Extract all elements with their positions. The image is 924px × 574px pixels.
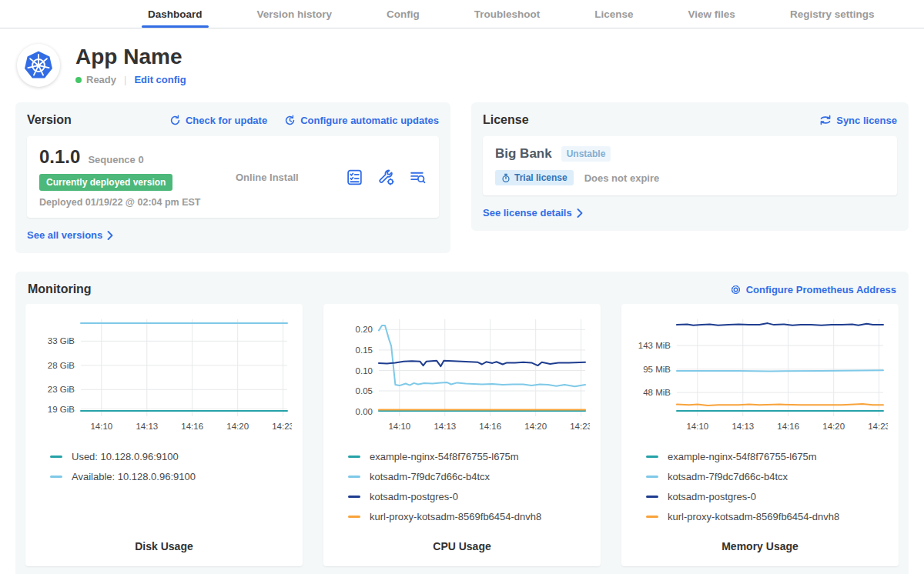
memory-usage-plot: 143 MiB95 MiB48 MiB14:1014:1314:1614:201…	[632, 313, 888, 439]
y-tick-label: 0.00	[356, 407, 373, 416]
legend-item: example-nginx-54f8f76755-l675m	[646, 451, 888, 462]
legend-label: Available: 10.128.0.96:9100	[72, 471, 196, 482]
check-for-update-button[interactable]: Check for update	[169, 115, 267, 126]
chart-legend: example-nginx-54f8f76755-l675mkotsadm-7f…	[334, 451, 590, 522]
y-tick-label: 28 GiB	[48, 361, 75, 370]
x-tick-label: 14:20	[822, 422, 845, 431]
y-tick-label: 95 MiB	[643, 365, 671, 374]
tab-view-files[interactable]: View files	[682, 0, 742, 28]
configure-prometheus-button[interactable]: Configure Prometheus Address	[730, 284, 896, 295]
clock-refresh-icon	[284, 115, 296, 126]
cpu-usage-plot: 0.200.150.100.050.0014:1014:1314:1614:20…	[334, 313, 590, 439]
legend-label: example-nginx-54f8f76755-l675m	[370, 451, 519, 462]
legend-swatch	[646, 476, 658, 478]
legend-label: kotsadm-postgres-0	[370, 491, 458, 502]
kotsadm-7f9dc7d66c-b4tcx-line	[677, 370, 883, 371]
disk-usage-card: 33 GiB28 GiB23 GiB19 GiB14:1014:1314:161…	[25, 304, 303, 566]
license-card-title: License	[483, 113, 529, 127]
cpu-usage-card: 0.200.150.100.050.0014:1014:1314:1614:20…	[323, 304, 601, 566]
chevron-right-icon	[107, 231, 113, 240]
configure-automatic-updates-label: Configure automatic updates	[300, 115, 439, 126]
legend-swatch	[646, 516, 658, 518]
legend-label: Used: 10.128.0.96:9100	[72, 451, 179, 462]
y-tick-label: 33 GiB	[48, 336, 75, 345]
legend-label: kotsadm-7f9dc7d66c-b4tcx	[668, 471, 788, 482]
legend-swatch	[646, 496, 658, 498]
legend-swatch	[348, 456, 360, 458]
chart-legend: Used: 10.128.0.96:9100Available: 10.128.…	[36, 451, 292, 482]
legend-swatch	[50, 456, 62, 458]
legend-swatch	[348, 516, 360, 518]
tab-registry-settings[interactable]: Registry settings	[784, 0, 881, 28]
deployed-timestamp: Deployed 01/19/22 @ 02:04 pm EST	[39, 197, 236, 208]
tab-license[interactable]: License	[588, 0, 639, 28]
memory-usage-card: 143 MiB95 MiB48 MiB14:1014:1314:1614:201…	[621, 304, 899, 566]
config-wrench-icon[interactable]	[377, 169, 395, 186]
x-tick-label: 14:10	[388, 422, 410, 431]
kubernetes-icon	[23, 50, 54, 81]
app-logo	[17, 44, 60, 87]
tab-config[interactable]: Config	[380, 0, 426, 28]
charts-row: 33 GiB28 GiB23 GiB19 GiB14:1014:1314:161…	[25, 304, 899, 566]
edit-config-link[interactable]: Edit config	[134, 74, 186, 85]
y-tick-label: 0.15	[356, 345, 373, 355]
legend-item: kotsadm-7f9dc7d66c-b4tcx	[646, 471, 888, 482]
x-tick-label: 14:16	[777, 422, 799, 431]
x-tick-label: 14:23	[272, 422, 292, 431]
legend-item: kurl-proxy-kotsadm-8569fb6454-dnvh8	[348, 511, 590, 522]
current-version-row: 0.1.0 Sequence 0 Currently deployed vers…	[27, 136, 439, 218]
see-license-details-link[interactable]: See license details	[483, 207, 583, 219]
x-tick-label: 14:20	[226, 422, 249, 431]
legend-label: kotsadm-7f9dc7d66c-b4tcx	[370, 471, 490, 482]
y-tick-label: 143 MiB	[638, 341, 671, 350]
sync-license-button[interactable]: Sync license	[819, 115, 897, 126]
x-tick-label: 14:20	[524, 422, 547, 431]
see-all-versions-link[interactable]: See all versions	[27, 229, 113, 241]
kotsadm-postgres-0-line	[677, 323, 883, 325]
install-type-label: Online Install	[236, 172, 346, 183]
page-title: App Name	[75, 45, 186, 69]
divider: |	[124, 74, 126, 85]
status-dot	[75, 77, 82, 83]
x-tick-label: 14:23	[570, 422, 590, 431]
preflight-checks-icon[interactable]	[346, 169, 363, 186]
disk-usage-plot: 33 GiB28 GiB23 GiB19 GiB14:1014:1314:161…	[36, 313, 292, 439]
monitoring-section: Monitoring Configure Prometheus Address …	[15, 272, 909, 574]
sequence-label: Sequence 0	[88, 154, 143, 165]
chart-legend: example-nginx-54f8f76755-l675mkotsadm-7f…	[632, 451, 888, 522]
stopwatch-icon	[501, 173, 511, 183]
version-number: 0.1.0	[39, 146, 80, 168]
x-tick-label: 14:10	[90, 422, 112, 431]
license-summary-row: Big Bank Unstable Trial license Do	[483, 136, 897, 195]
legend-swatch	[348, 496, 360, 498]
legend-item: kotsadm-postgres-0	[646, 491, 888, 502]
legend-label: example-nginx-54f8f76755-l675m	[668, 451, 817, 462]
tab-dashboard[interactable]: Dashboard	[142, 0, 209, 28]
chart-title: CPU Usage	[334, 540, 590, 556]
legend-swatch	[50, 476, 62, 478]
channel-badge: Unstable	[561, 146, 611, 162]
x-tick-label: 14:13	[732, 422, 754, 431]
x-tick-label: 14:13	[434, 422, 456, 431]
tab-troubleshoot[interactable]: Troubleshoot	[468, 0, 547, 28]
tab-version-history[interactable]: Version history	[251, 0, 339, 28]
sync-license-label: Sync license	[836, 115, 897, 126]
customer-name: Big Bank	[495, 146, 552, 162]
legend-item: Available: 10.128.0.96:9100	[50, 471, 292, 482]
configure-prometheus-label: Configure Prometheus Address	[746, 284, 896, 295]
legend-swatch	[646, 456, 658, 458]
license-card: License Sync license Big Bank Unstable	[471, 102, 909, 231]
x-tick-label: 14:16	[479, 422, 501, 431]
kotsadm-7f9dc7d66c-b4tcx-line	[379, 325, 585, 386]
sync-arrows-icon	[819, 115, 832, 125]
x-tick-label: 14:16	[181, 422, 203, 431]
y-tick-label: 19 GiB	[48, 405, 75, 414]
y-tick-label: 0.20	[356, 325, 373, 334]
legend-label: kurl-proxy-kotsadm-8569fb6454-dnvh8	[370, 511, 541, 522]
monitoring-title: Monitoring	[28, 282, 92, 296]
version-card-title: Version	[27, 113, 72, 127]
refresh-icon	[169, 115, 181, 126]
configure-automatic-updates-button[interactable]: Configure automatic updates	[284, 115, 439, 126]
view-diff-icon[interactable]	[409, 169, 427, 186]
y-tick-label: 0.10	[356, 366, 373, 375]
